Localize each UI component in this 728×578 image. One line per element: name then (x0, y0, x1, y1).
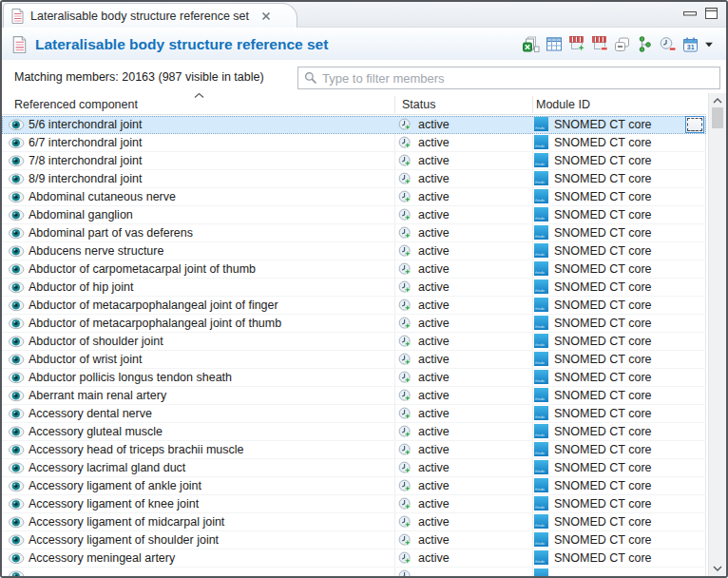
table-row[interactable]: Accessory ligament of knee joint active … (2, 495, 706, 513)
body-structure-concept-icon (9, 209, 25, 222)
table-row[interactable]: Aberrant main renal artery active ihtsdo… (2, 387, 706, 405)
status-label: active (418, 134, 450, 151)
table-row[interactable]: Abductor of hip joint active ihtsdo SNOM… (2, 279, 706, 297)
member-active-status-icon (398, 389, 413, 404)
snomed-module-icon: ihtsdo (534, 388, 548, 402)
body-structure-concept-icon (9, 444, 25, 456)
snomed-module-icon: ihtsdo (534, 352, 548, 366)
table-row[interactable]: Accessory lacrimal gland duct active iht… (2, 459, 706, 477)
table-row[interactable]: Abductor pollicis longus tendon sheath a… (2, 369, 706, 387)
show-as-table-icon[interactable] (544, 34, 564, 54)
body-structure-concept-icon (9, 426, 25, 438)
column-header-status[interactable]: Status (402, 98, 435, 111)
member-active-status-icon (398, 154, 413, 169)
collapse-all-icon[interactable] (612, 34, 632, 54)
maximize-icon[interactable] (705, 8, 718, 19)
remove-member-icon[interactable] (589, 34, 609, 54)
table-row[interactable]: Abdominal ganglion active ihtsdo SNOMED … (2, 206, 706, 224)
table-row[interactable]: 5/6 interchondral joint active ihtsdo SN… (2, 116, 706, 134)
table-row[interactable]: Abdominal part of vas deferens active ih… (2, 224, 706, 242)
referenced-component-label: Aberrant main renal artery (29, 387, 166, 404)
reference-set-document-icon (11, 9, 24, 24)
module-label: SNOMED CT core (554, 495, 652, 512)
scrollbar-thumb[interactable] (712, 107, 723, 128)
svg-text:ihtsdo: ihtsdo (535, 144, 545, 148)
table-row[interactable]: Accessory ligament of shoulder joint act… (2, 531, 706, 549)
module-label: SNOMED CT core (554, 224, 652, 241)
body-structure-concept-icon (9, 336, 25, 348)
show-hierarchy-icon[interactable] (635, 34, 655, 54)
snomed-module-icon: ihtsdo (534, 243, 548, 258)
hide-historical-members-icon[interactable] (658, 34, 678, 54)
module-label: SNOMED CT core (554, 459, 652, 476)
referenced-component-label: Abductor pollicis longus tendon sheath (29, 369, 232, 386)
svg-text:ihtsdo: ihtsdo (535, 524, 545, 528)
status-label: active (418, 116, 450, 133)
snomed-module-icon: ihtsdo (534, 117, 548, 131)
svg-text:ihtsdo: ihtsdo (535, 379, 545, 383)
member-active-status-icon (398, 533, 413, 549)
table-row[interactable]: Abductor of metacarpophalangeal joint of… (2, 297, 706, 315)
edit-member-ellipsis-button[interactable] (685, 116, 704, 133)
svg-text:ihtsdo: ihtsdo (535, 199, 545, 202)
module-label: SNOMED CT core (554, 441, 652, 458)
status-label: active (418, 513, 450, 530)
column-header-referenced-component[interactable]: Referenced component (14, 98, 138, 111)
referenced-component-label: 8/9 interchondral joint (29, 170, 143, 187)
effective-time-calendar-icon[interactable]: 31 (680, 34, 700, 54)
referenced-component-label: Abdominal cutaneous nerve (29, 188, 176, 205)
referenced-component-label: Abducens nerve structure (29, 242, 163, 260)
page-title: Lateralisable body structure reference s… (35, 36, 328, 53)
table-row[interactable]: 8/9 interchondral joint active ihtsdo SN… (2, 170, 706, 188)
table-row[interactable]: Abductor of metacarpophalangeal joint of… (2, 315, 706, 333)
table-row[interactable]: Abducens nerve structure active ihtsdo S… (2, 242, 706, 260)
status-label: active (418, 242, 450, 260)
status-label: active (418, 495, 450, 512)
table-row[interactable]: 7/8 interchondral joint active ihtsdo SN… (2, 152, 706, 170)
filter-members-input[interactable] (322, 71, 719, 86)
minimize-icon[interactable] (683, 11, 697, 16)
export-to-excel-icon[interactable] (521, 34, 541, 54)
tab-close-icon[interactable] (261, 11, 271, 21)
snomed-module-icon: ihtsdo (534, 135, 548, 149)
vertical-scrollbar[interactable] (708, 93, 726, 576)
body-structure-concept-icon (9, 318, 25, 330)
referenced-component-label: Accessory ligament of knee joint (29, 495, 199, 512)
column-header-module-id[interactable]: Module ID (536, 98, 590, 111)
table-row[interactable]: Accessory meningeal artery active ihtsdo… (2, 549, 706, 568)
window-controls (683, 8, 718, 19)
table-row[interactable]: Accessory ligament of ankle joint active… (2, 477, 706, 495)
table-row[interactable]: Accessory ligament of midcarpal joint ac… (2, 513, 706, 531)
table-row[interactable]: Abdominal cutaneous nerve active ihtsdo … (2, 188, 706, 206)
editor-tab-strip: Lateralisable body structure reference s… (2, 2, 726, 28)
referenced-component-label: Abductor of carpometacarpal joint of thu… (29, 260, 256, 278)
table-row[interactable]: Abductor of carpometacarpal joint of thu… (2, 260, 706, 279)
status-label: active (418, 477, 450, 494)
status-label: active (418, 549, 450, 567)
svg-text:ihtsdo: ihtsdo (535, 217, 545, 221)
tab-lateralisable-reference-set[interactable]: Lateralisable body structure reference s… (3, 3, 297, 28)
snomed-module-icon: ihtsdo (534, 442, 548, 456)
add-member-icon[interactable] (566, 34, 586, 54)
table-row[interactable]: Accessory head of triceps brachii muscle… (2, 441, 706, 459)
module-label: SNOMED CT core (554, 260, 652, 278)
body-structure-concept-icon (9, 462, 25, 474)
table-row[interactable]: 6/7 interchondral joint active ihtsdo SN… (2, 134, 706, 152)
snomed-module-icon: ihtsdo (534, 298, 548, 312)
snomed-module-icon: ihtsdo (534, 171, 548, 185)
body-structure-concept-icon (9, 299, 25, 312)
module-label: SNOMED CT core (554, 206, 652, 223)
referenced-component-label: Accessory ligament of midcarpal joint (29, 513, 224, 530)
referenced-component-label: Abductor of hip joint (29, 279, 134, 296)
table-row[interactable]: Abductor of wrist joint active ihtsdo SN… (2, 351, 706, 369)
member-active-status-icon (398, 335, 413, 350)
scroll-up-icon[interactable] (713, 98, 722, 104)
table-row[interactable]: Accessory gluteal muscle active ihtsdo S… (2, 423, 706, 441)
scroll-down-icon[interactable] (713, 566, 722, 571)
table-row[interactable]: Abductor of shoulder joint active ihtsdo… (2, 333, 706, 351)
svg-text:31: 31 (687, 44, 695, 50)
body-structure-concept-icon (9, 191, 25, 203)
table-row[interactable]: ihtsdo (2, 568, 706, 576)
table-row[interactable]: Accessory dental nerve active ihtsdo SNO… (2, 405, 706, 423)
view-menu-chevron-icon[interactable] (703, 34, 715, 54)
